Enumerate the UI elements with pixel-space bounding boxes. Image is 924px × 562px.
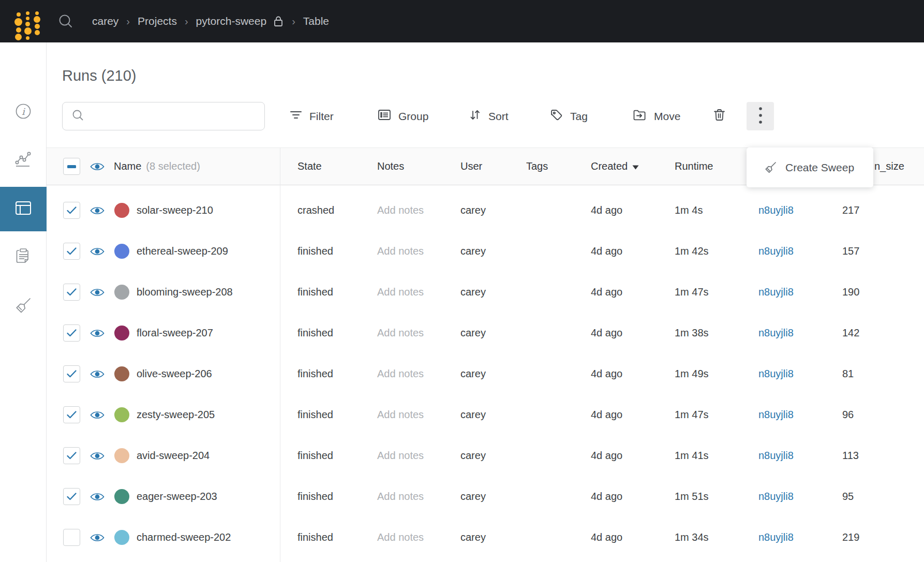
column-header-created[interactable]: Created [591, 160, 675, 172]
sweep-link[interactable]: n8uyjli8 [758, 409, 842, 421]
sidebar-item-charts[interactable] [0, 138, 47, 183]
sweep-link[interactable]: n8uyjli8 [758, 491, 842, 502]
sort-button[interactable]: Sort [468, 102, 509, 130]
notes-cell[interactable]: Add notes [377, 368, 460, 380]
tag-button[interactable]: Tag [549, 102, 588, 130]
column-header-state[interactable]: State [289, 160, 377, 172]
table-row: olive-sweep-206 finished Add notes carey… [47, 353, 924, 394]
run-name-link[interactable]: ethereal-sweep-209 [137, 245, 228, 257]
run-name-link[interactable]: floral-sweep-207 [137, 327, 213, 339]
notes-cell[interactable]: Add notes [377, 204, 460, 216]
tag-icon [549, 108, 563, 125]
toggle-visibility-icon[interactable] [90, 287, 105, 298]
notes-cell[interactable]: Add notes [377, 409, 460, 421]
sweep-link[interactable]: n8uyjli8 [758, 204, 842, 216]
breadcrumb-item[interactable]: pytorch-sweep [196, 15, 267, 27]
row-checkbox[interactable] [63, 324, 80, 342]
run-name-cell: ethereal-sweep-209 [47, 231, 289, 272]
select-all-checkbox[interactable] [63, 158, 80, 175]
created-cell: 4d ago [591, 491, 675, 502]
toggle-visibility-icon[interactable] [90, 533, 105, 543]
filter-icon [289, 109, 303, 124]
row-checkbox[interactable] [63, 529, 80, 546]
row-checkbox[interactable] [63, 365, 80, 382]
header-name-cell: Name (8 selected) [47, 148, 289, 185]
created-cell: 4d ago [591, 409, 675, 421]
run-name-link[interactable]: zesty-sweep-205 [137, 409, 215, 421]
filter-button[interactable]: Filter [289, 102, 334, 130]
user-cell: carey [460, 368, 526, 380]
table-row: solar-sweep-210 crashed Add notes carey … [47, 190, 924, 231]
row-checkbox[interactable] [63, 488, 80, 505]
value-cell: 217 [842, 204, 924, 216]
toggle-visibility-icon[interactable] [90, 410, 105, 420]
more-actions-button[interactable] [747, 102, 774, 130]
run-name-link[interactable]: blooming-sweep-208 [137, 286, 233, 298]
column-header-runtime[interactable]: Runtime [675, 160, 758, 172]
toggle-visibility-icon[interactable] [90, 205, 105, 216]
move-button[interactable]: Move [632, 102, 680, 130]
group-button[interactable]: Group [377, 102, 428, 130]
row-checkbox[interactable] [63, 202, 80, 219]
toggle-visibility-all-icon[interactable] [90, 161, 105, 172]
top-bar: carey›Projects›pytorch-sweep›Table [0, 0, 924, 42]
runs-search-input[interactable] [92, 110, 257, 122]
runtime-cell: 1m 41s [675, 450, 758, 462]
run-name-link[interactable]: eager-sweep-203 [137, 491, 217, 502]
sort-icon [468, 108, 482, 124]
tag-label: Tag [570, 110, 588, 123]
sweep-link[interactable]: n8uyjli8 [758, 531, 842, 543]
breadcrumb-item[interactable]: Projects [138, 15, 177, 27]
notes-cell[interactable]: Add notes [377, 327, 460, 339]
sweep-broom-icon [13, 295, 34, 318]
toggle-visibility-icon[interactable] [90, 451, 105, 461]
breadcrumb-separator: › [185, 16, 188, 27]
column-divider[interactable] [280, 147, 280, 562]
sidebar-item-runs-table[interactable] [0, 187, 47, 231]
toggle-visibility-icon[interactable] [90, 492, 105, 502]
sweep-link[interactable]: n8uyjli8 [758, 327, 842, 339]
row-checkbox[interactable] [63, 447, 80, 464]
more-actions-menu: Create Sweep [747, 147, 873, 187]
global-search-icon[interactable] [57, 12, 74, 30]
run-name-link[interactable]: olive-sweep-206 [137, 368, 212, 380]
run-name-link[interactable]: charmed-sweep-202 [137, 531, 231, 543]
row-checkbox[interactable] [63, 243, 80, 260]
runs-search-box[interactable] [62, 102, 265, 130]
delete-button[interactable] [712, 102, 726, 130]
created-cell: 4d ago [591, 450, 675, 462]
value-cell: 113 [842, 450, 924, 462]
notes-cell[interactable]: Add notes [377, 286, 460, 298]
run-name-link[interactable]: avid-sweep-204 [137, 450, 210, 462]
create-sweep-menu-item[interactable]: Create Sweep [785, 161, 854, 174]
sidebar-item-reports[interactable] [0, 235, 47, 279]
state-cell: finished [289, 368, 377, 380]
toggle-visibility-icon[interactable] [90, 246, 105, 257]
notes-cell[interactable]: Add notes [377, 491, 460, 502]
column-header-notes[interactable]: Notes [377, 160, 460, 172]
run-color-dot [114, 489, 129, 504]
notes-cell[interactable]: Add notes [377, 450, 460, 462]
sweep-link[interactable]: n8uyjli8 [758, 368, 842, 380]
sweep-link[interactable]: n8uyjli8 [758, 245, 842, 257]
sidebar-item-overview[interactable]: i [0, 90, 47, 135]
column-header-user[interactable]: User [460, 160, 526, 172]
sweep-link[interactable]: n8uyjli8 [758, 286, 842, 298]
breadcrumb-item[interactable]: Table [303, 15, 329, 27]
run-name-cell: blooming-sweep-208 [47, 272, 289, 313]
toggle-visibility-icon[interactable] [90, 369, 105, 379]
run-name-link[interactable]: solar-sweep-210 [137, 204, 213, 216]
notes-cell[interactable]: Add notes [377, 245, 460, 257]
runtime-cell: 1m 4s [675, 204, 758, 216]
row-checkbox[interactable] [63, 284, 80, 301]
table-row: floral-sweep-207 finished Add notes care… [47, 313, 924, 353]
row-checkbox[interactable] [63, 406, 80, 423]
wandb-logo-icon[interactable] [8, 7, 40, 36]
sidebar-item-sweeps[interactable] [0, 285, 47, 329]
sweep-link[interactable]: n8uyjli8 [758, 450, 842, 462]
toggle-visibility-icon[interactable] [90, 328, 105, 338]
column-header-name[interactable]: Name [114, 160, 141, 172]
breadcrumb-item[interactable]: carey [92, 15, 118, 27]
notes-cell[interactable]: Add notes [377, 531, 460, 543]
column-header-tags[interactable]: Tags [526, 160, 591, 172]
